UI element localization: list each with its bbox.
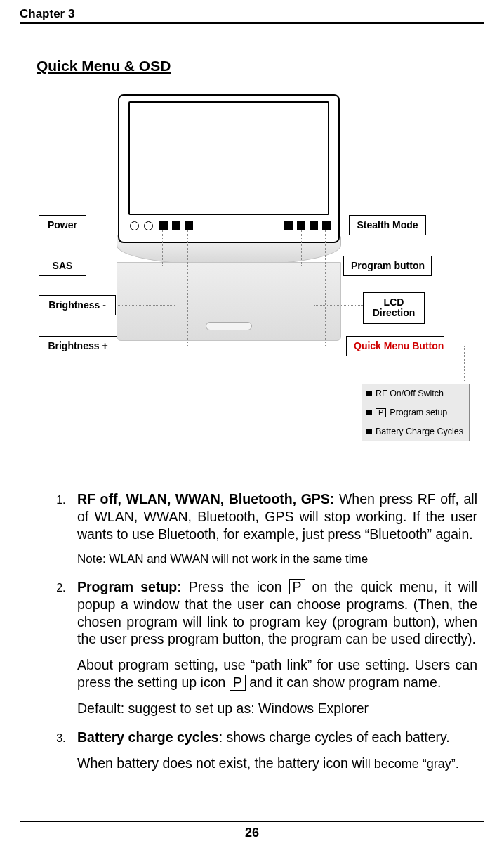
connector-line [314,230,314,305]
button-icon [159,221,168,230]
connector-line [301,266,345,266]
menu-item-label: Program setup [390,408,447,417]
item-subpara: When battery does not exist, the battery… [77,755,477,772]
item-note: Note: WLAN and WWAN will not work in the… [77,552,477,567]
connector-line [85,226,126,226]
monitor-screen [128,101,329,215]
led-icon [144,221,153,230]
chapter-label: Chapter 3 [20,7,74,21]
p-icon: P [376,408,386,417]
item-lead: RF off, WLAN, WWAN, Bluetooth, GPS: [77,491,334,507]
section-title: Quick Menu & OSD [37,58,484,74]
device-diagram: Power SAS Brightness - Brightness + Stea… [34,90,470,469]
item-text: ll become “gray”. [365,757,459,771]
label-brightness-plus: Brightness + [39,336,117,356]
instruction-list: RF off, WLAN, WWAN, Bluetooth, GPS: When… [69,490,477,772]
label-power: Power [39,215,86,235]
item-lead: Program setup: [77,579,182,594]
button-icon [185,221,193,230]
connector-line [464,346,465,382]
footer-rule [20,821,484,822]
bullet-icon [366,410,372,415]
list-item: Battery charge cycles: shows charge cycl… [69,729,477,772]
connector-line [301,230,302,266]
connector-line [84,266,162,266]
button-icon [297,221,305,230]
connector-line [175,230,175,305]
p-icon: P [230,675,246,690]
item-default: Default: suggest to set up as: Windows E… [77,700,477,717]
item-text: : shows charge cycles of each battery. [219,729,450,745]
item-lead: Battery charge cycles [77,729,219,745]
button-icon [322,221,331,230]
connector-line [162,230,163,266]
button-icon [284,221,293,230]
connector-line [331,226,350,226]
page-header: Chapter 3 [20,7,484,24]
label-quick-menu-button: Quick Menu Button [346,336,444,356]
item-subpara: About program setting, use “path link” f… [77,656,477,691]
page-number: 26 [0,826,504,840]
item-text: Press the icon [182,579,289,594]
connector-line [325,346,347,346]
quick-menu-dropdown: RF On/Off Switch P Program setup Battery… [362,384,470,441]
menu-item-rf: RF On/Off Switch [362,384,469,403]
connector-line [113,305,175,306]
menu-item-label: RF On/Off Switch [376,389,444,398]
menu-item-program-setup: P Program setup [362,403,469,422]
menu-item-battery: Battery Charge Cycles [362,422,469,441]
connector-line [314,305,364,306]
connector-line [325,230,326,346]
label-sas: SAS [39,256,86,276]
button-icon [310,221,318,230]
connector-line [116,346,187,346]
item-text: When battery does not exist, the battery… [77,755,365,771]
label-lcd-direction: LCD Direction [363,292,425,324]
stand-slot [206,322,252,330]
connector-line [187,230,188,346]
label-stealth-mode: Stealth Mode [349,215,426,235]
bullet-icon [366,391,372,396]
bullet-icon [366,429,372,434]
menu-item-label: Battery Charge Cycles [376,426,463,436]
label-brightness-minus: Brightness - [39,295,116,315]
power-led-icon [130,221,139,230]
list-item: Program setup: Press the icon P on the q… [69,578,477,718]
p-icon: P [289,579,305,594]
label-program-button: Program button [343,256,432,276]
item-text: and it can show program name. [246,675,442,690]
list-item: RF off, WLAN, WWAN, Bluetooth, GPS: When… [69,490,477,567]
button-icon [172,221,180,230]
